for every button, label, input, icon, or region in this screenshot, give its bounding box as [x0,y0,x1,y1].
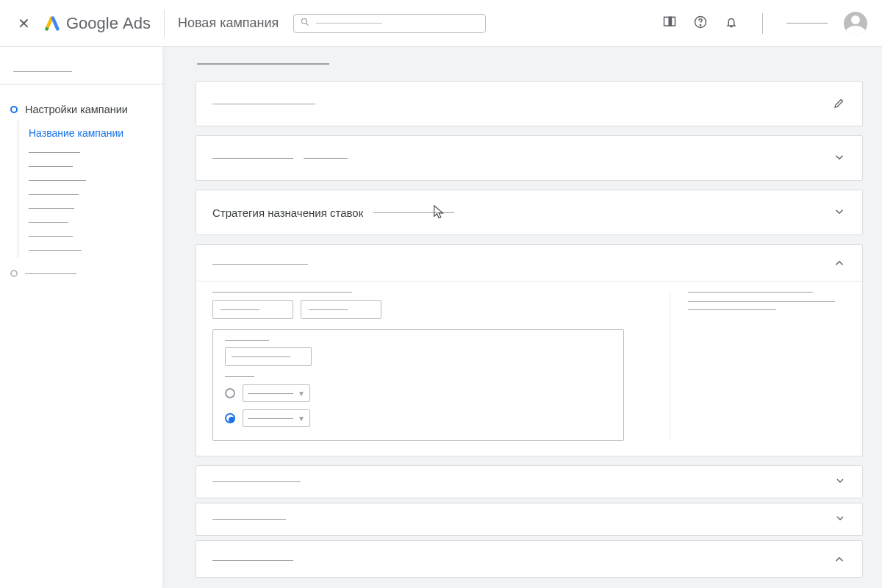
section-title [197,63,329,65]
sidebar-item-campaign-name[interactable]: Название кампании [29,127,162,139]
card-campaign-name[interactable] [196,81,863,126]
radio-selected-icon [225,413,235,423]
app-header: ✕ Google Ads Новая кампания [0,0,882,47]
chevron-up-icon[interactable] [833,257,846,272]
card-value [304,158,348,159]
logo-mark-icon [44,15,60,32]
help-panel [670,292,846,441]
caret-down-icon: ▼ [298,390,305,398]
search-input[interactable] [293,14,486,33]
sidebar-item[interactable] [29,180,86,181]
radio-option-2[interactable]: ▼ [225,409,612,427]
dropdown[interactable]: ▼ [243,384,310,402]
chevron-down-icon[interactable] [833,205,846,220]
account-label[interactable] [786,23,828,24]
sidebar-supertitle [13,62,72,72]
edit-icon[interactable] [833,96,846,112]
svg-line-2 [306,24,309,26]
field-label [225,340,269,341]
reports-icon[interactable] [662,15,677,32]
radio-icon [225,388,235,398]
sidebar-item[interactable] [29,194,79,195]
logo-text: Google Ads [66,14,151,33]
caret-down-icon: ▼ [298,415,305,423]
page-title: Новая кампания [178,15,279,31]
sidebar-item[interactable] [29,166,73,167]
card-collapsed-1[interactable] [196,135,863,181]
sidebar-substeps: Название кампании [18,120,162,258]
notifications-icon[interactable] [724,15,739,32]
header-divider-2 [762,13,763,34]
chevron-up-icon[interactable] [833,553,846,568]
card-label [212,560,293,561]
sidebar-step-label [25,273,76,274]
header-actions [662,12,867,35]
search-icon [300,17,310,29]
svg-point-6 [700,25,700,26]
chevron-down-icon[interactable] [834,475,846,489]
card-expanded-bottom [196,540,863,578]
radio-option-1[interactable]: ▼ [225,384,612,402]
card-value [373,212,454,213]
sidebar-item[interactable] [29,222,68,223]
card-collapsed-small-1[interactable] [196,465,863,498]
svg-point-0 [45,26,49,30]
avatar[interactable] [844,12,867,35]
chevron-down-icon[interactable] [833,151,846,166]
sidebar: Настройки кампании Название кампании [0,47,163,588]
sidebar-item[interactable] [29,236,73,237]
card-label: Стратегия назначения ставок [212,207,363,219]
step-indicator-icon [10,270,18,277]
options-panel: ▼ ▼ [212,329,624,441]
main-content: Стратегия назначения ставок [163,47,882,588]
field-label [225,376,254,377]
svg-point-1 [302,18,307,24]
card-label [212,158,293,159]
sidebar-item[interactable] [29,208,74,209]
sidebar-step-next[interactable] [0,265,162,282]
sidebar-step-campaign-settings[interactable]: Настройки кампании [0,99,162,120]
dropdown[interactable]: ▼ [243,409,310,427]
logo[interactable]: Google Ads [44,14,151,33]
search-placeholder [316,23,382,24]
chevron-down-icon[interactable] [834,512,846,526]
card-budget-expanded: ▼ ▼ [196,244,863,456]
subsection-label [212,292,352,293]
card-label [212,104,315,104]
card-label [212,519,286,520]
chip-option[interactable] [212,300,293,319]
card-bidding-strategy[interactable]: Стратегия назначения ставок [196,190,863,235]
chip-option[interactable] [301,300,381,319]
help-icon[interactable] [693,15,708,32]
svg-rect-4 [669,17,671,26]
step-indicator-icon [10,106,18,113]
card-collapsed-small-2[interactable] [196,503,863,536]
header-divider [164,10,165,37]
sidebar-item[interactable] [29,250,82,251]
card-label [212,264,308,265]
close-icon[interactable]: ✕ [15,15,32,32]
sidebar-item[interactable] [29,152,80,153]
sidebar-step-label: Настройки кампании [25,104,128,115]
text-input[interactable] [225,347,312,366]
card-label [212,481,301,482]
